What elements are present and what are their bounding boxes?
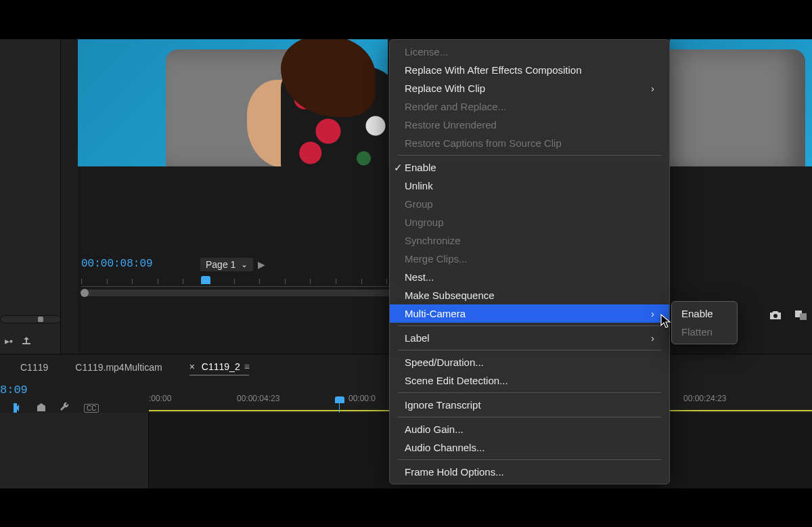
ctx-make-subsequence[interactable]: Make Subsequence <box>390 286 669 304</box>
video-preview-left <box>78 39 388 166</box>
ctx-frame-hold[interactable]: Frame Hold Options... <box>390 463 669 481</box>
export-icon[interactable] <box>20 335 32 347</box>
check-icon: ✓ <box>394 162 403 174</box>
ctx-license[interactable]: License... <box>390 43 669 61</box>
ctx-multicamera[interactable]: Multi-Camera› <box>390 304 669 323</box>
ctx-unlink[interactable]: Unlink <box>390 177 669 195</box>
ctx-enable[interactable]: ✓Enable <box>390 158 669 177</box>
page-dropdown[interactable]: Page 1 ⌄ <box>200 257 254 272</box>
source-scrub-marker[interactable] <box>38 317 43 322</box>
ctx-merge-clips[interactable]: Merge Clips... <box>390 250 669 268</box>
ctx-ignore-transcript[interactable]: Ignore Transcript <box>390 396 669 414</box>
ctx-replace-ae[interactable]: Replace With After Effects Composition <box>390 61 669 79</box>
timeline-playhead[interactable] <box>335 396 344 403</box>
timeline-tab-2[interactable]: × C1119_2 ≡ <box>189 359 249 375</box>
separator <box>398 459 661 460</box>
timeline-timecode[interactable]: 8:09 <box>0 384 28 396</box>
timeline-tabs: C1119 C1119.mp4Multicam × C1119_2 ≡ <box>20 359 249 375</box>
program-scrub-track[interactable] <box>81 277 399 298</box>
program-timecode[interactable]: 00:00:08:09 <box>81 258 153 270</box>
separator <box>398 350 661 350</box>
program-zoom-knob[interactable] <box>81 289 89 297</box>
ctx-scene-edit[interactable]: Scene Edit Detection... <box>390 371 669 390</box>
cc-icon[interactable]: CC <box>84 404 99 413</box>
chevron-right-icon: › <box>651 83 654 94</box>
camera-icon[interactable] <box>769 310 782 323</box>
ctx-render-replace[interactable]: Render and Replace... <box>390 97 669 116</box>
page-dropdown-label: Page 1 <box>206 259 235 270</box>
sub-flatten[interactable]: Flatten <box>672 323 737 341</box>
program-zoom-bar[interactable] <box>81 290 399 296</box>
chevron-down-icon: ⌄ <box>241 260 248 269</box>
tab-menu-icon[interactable]: ≡ <box>244 361 249 372</box>
compare-frames-icon[interactable] <box>794 310 808 323</box>
ctx-ungroup[interactable]: Ungroup <box>390 213 669 231</box>
ctx-group[interactable]: Group <box>390 195 669 213</box>
ctx-label[interactable]: Label› <box>390 329 669 347</box>
ctx-replace-clip[interactable]: Replace With Clip› <box>390 79 669 97</box>
chevron-right-icon: › <box>651 308 654 319</box>
ctx-audio-channels[interactable]: Audio Channels... <box>390 438 669 457</box>
ctx-synchronize[interactable]: Synchronize <box>390 231 669 250</box>
ctx-nest[interactable]: Nest... <box>390 268 669 286</box>
ctx-audio-gain[interactable]: Audio Gain... <box>390 420 669 438</box>
clip-context-menu: License... Replace With After Effects Co… <box>389 39 670 484</box>
multicamera-submenu: Enable Flatten <box>671 301 738 344</box>
ctx-restore-captions[interactable]: Restore Captions from Source Clip <box>390 134 669 152</box>
separator <box>398 417 661 417</box>
video-preview-right <box>670 39 812 166</box>
play-forward-icon[interactable]: ▶ <box>258 259 265 270</box>
sub-enable[interactable]: Enable <box>672 304 737 323</box>
separator <box>398 155 661 156</box>
ctx-restore-unrendered[interactable]: Restore Unrendered <box>390 116 669 134</box>
track-headers[interactable] <box>0 413 149 488</box>
timeline-tab-1[interactable]: C1119.mp4Multicam <box>75 359 162 375</box>
svg-rect-1 <box>800 313 807 320</box>
chevron-right-icon: › <box>651 332 654 344</box>
close-icon[interactable]: × <box>189 361 195 372</box>
program-playhead[interactable] <box>201 276 210 284</box>
timeline-tab-0[interactable]: C1119 <box>20 359 48 375</box>
separator <box>398 325 661 326</box>
ctx-speed-duration[interactable]: Speed/Duration... <box>390 353 669 371</box>
play-insert-icon[interactable]: ▸▪ <box>3 335 15 347</box>
source-scrub-track[interactable] <box>0 315 61 323</box>
separator <box>398 392 661 393</box>
